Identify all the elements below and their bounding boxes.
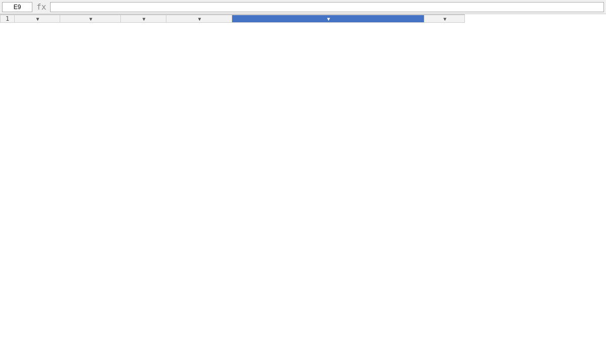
spreadsheet-table: 1 ▼ ▼ ▼ ▼	[0, 14, 465, 23]
filter-btn-F[interactable]: ▼	[443, 16, 446, 22]
header-cell-B[interactable]: ▼	[60, 15, 121, 23]
header-cell-E[interactable]: ▼	[232, 15, 424, 23]
header-cell-D[interactable]: ▼	[166, 15, 232, 23]
formula-divider: fx	[34, 2, 48, 12]
filter-btn-D[interactable]: ▼	[198, 16, 201, 22]
cell-reference-box[interactable]	[2, 2, 32, 12]
header-cell-C[interactable]: ▼	[121, 15, 166, 23]
filter-btn-E[interactable]: ▼	[327, 16, 330, 22]
filter-btn-C[interactable]: ▼	[142, 16, 145, 22]
formula-input[interactable]	[50, 2, 604, 12]
filter-btn-B[interactable]: ▼	[89, 16, 92, 22]
header-cell-F[interactable]: ▼	[424, 15, 465, 23]
header-row: 1 ▼ ▼ ▼ ▼	[1, 15, 465, 23]
filter-btn-A[interactable]: ▼	[36, 16, 39, 22]
row-1-num: 1	[1, 15, 15, 23]
grid-container: 1 ▼ ▼ ▼ ▼	[0, 14, 606, 364]
spreadsheet: fx	[0, 0, 606, 364]
formula-bar: fx	[0, 0, 606, 14]
header-cell-A[interactable]: ▼	[15, 15, 60, 23]
